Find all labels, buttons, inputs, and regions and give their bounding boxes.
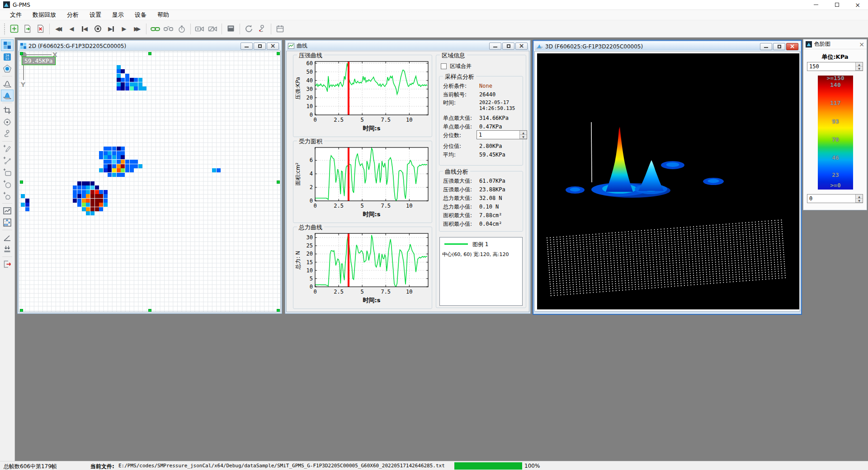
colorbar-max-value[interactable]: 150 [807, 62, 855, 71]
menu-item-5[interactable]: 设备 [129, 9, 152, 20]
close-button[interactable]: × [847, 0, 868, 10]
sidebar-item-tool-polygon[interactable] [1, 190, 14, 202]
menu-item-6[interactable]: 帮助 [152, 9, 175, 20]
spin-up-icon[interactable]: ▲ [856, 62, 863, 66]
window-2d-titlebar[interactable]: 2D (F606025:G-F1P3D2205C00005) × [19, 41, 281, 51]
fast-backward-button[interactable]: ◀◀ [52, 22, 65, 35]
pressure-grid-2d[interactable]: X Y 59.45KPa [19, 51, 280, 312]
delete-data-button[interactable] [34, 22, 47, 35]
sidebar-item-tool-crop[interactable] [1, 104, 14, 116]
menubar: 文件数据回放分析设置显示设备帮助 [0, 10, 868, 20]
pressure-cell [86, 211, 90, 215]
curve-analysis-group: 曲线分析 压强最大值:61.07KPa压强最小值:23.88KPa总力最大值:3… [439, 171, 523, 232]
add-frame-button[interactable] [8, 22, 21, 35]
selection-handle[interactable] [277, 309, 280, 312]
spin-down-icon[interactable]: ▼ [856, 66, 863, 71]
menu-item-1[interactable]: 数据回放 [27, 9, 61, 20]
sidebar-item-tool-angle[interactable] [1, 232, 14, 243]
timer-button[interactable] [175, 22, 188, 35]
sidebar-item-view-3d-wire[interactable] [1, 78, 14, 90]
selection-handle[interactable] [277, 52, 280, 55]
window-3d-titlebar[interactable]: 3D (F606025:G-F1P3D2205C00005) × [534, 42, 800, 51]
sidebar-item-view-3d[interactable] [1, 90, 14, 101]
surface-3d-view[interactable] [537, 53, 799, 309]
quantile-value[interactable]: 1 [477, 131, 519, 139]
selection-handle[interactable] [148, 52, 151, 55]
window-curves-minimize[interactable] [489, 43, 501, 50]
menu-item-2[interactable]: 分析 [61, 9, 84, 20]
display-settings-button[interactable] [224, 22, 237, 35]
display-settings-icon [226, 24, 235, 33]
spin-down-icon[interactable]: ▼ [856, 199, 863, 203]
window-curves-titlebar[interactable]: 曲线 × [286, 41, 529, 51]
record-stop-button[interactable] [91, 22, 104, 35]
step-backward-button[interactable]: ◀ [65, 22, 78, 35]
sidebar-item-tool-chart[interactable] [1, 205, 14, 217]
maximize-button[interactable] [826, 0, 847, 10]
spin-up-icon[interactable]: ▲ [520, 131, 527, 135]
chart-plot-0[interactable]: 010203040506002.557.510压强:KPa时间:s [294, 60, 432, 136]
pressure-cell [134, 164, 138, 168]
window-curves-restore[interactable] [502, 43, 514, 50]
unlink-button[interactable] [162, 22, 175, 35]
spin-down-icon[interactable]: ▼ [520, 135, 527, 139]
pressure-cell [86, 181, 90, 185]
spin-up-icon[interactable]: ▲ [856, 195, 863, 199]
sidebar-item-tool-rect[interactable] [1, 166, 14, 178]
window-curves-close[interactable]: × [515, 43, 528, 50]
track-pin-button[interactable] [255, 22, 269, 35]
selection-handle[interactable] [20, 52, 23, 55]
colorbar-min-value[interactable]: 0 [807, 195, 855, 203]
chart-plot-2[interactable]: 05101520253002.557.510总力: N时间:s [294, 232, 432, 308]
colorbar-close[interactable]: × [859, 41, 864, 48]
window-curves-body: 压强曲线010203040506002.557.510压强:KPa时间:s受力面… [286, 51, 529, 312]
menu-item-3[interactable]: 设置 [84, 9, 107, 20]
window-3d-restore[interactable] [773, 43, 785, 50]
colorbar-max-spinner[interactable]: 150 ▲▼ [807, 62, 863, 71]
play-button[interactable]: ▶ [118, 22, 131, 35]
menu-item-4[interactable]: 显示 [107, 9, 129, 20]
window-2d-restore[interactable] [254, 43, 266, 50]
record-stop-icon [94, 25, 101, 32]
refresh-button[interactable] [242, 22, 255, 35]
minimize-button[interactable] [806, 0, 826, 10]
toolbar-separator [222, 24, 222, 34]
selection-handle[interactable] [148, 309, 151, 312]
fast-forward-button[interactable]: ▶▶ [131, 22, 144, 35]
sidebar-item-tool-track[interactable] [1, 128, 14, 140]
sidebar-item-tool-line[interactable] [1, 155, 14, 166]
sidebar-item-tool-center[interactable] [1, 116, 14, 128]
sidebar-item-view-region[interactable] [1, 63, 14, 75]
sidebar-item-tool-export[interactable] [1, 258, 14, 270]
sidebar-item-tool-matrix[interactable] [1, 217, 14, 228]
unlink-icon [164, 25, 173, 33]
video-stop-button[interactable] [206, 22, 219, 35]
chart-plot-1[interactable]: 024602.557.510面积:cm²时间:s [294, 146, 432, 222]
go-last-button[interactable]: ▶ [104, 22, 118, 35]
selection-handle[interactable] [277, 180, 280, 184]
window-2d-close[interactable]: × [267, 43, 279, 50]
window-3d-close[interactable]: × [786, 43, 798, 50]
calendar-button[interactable] [274, 22, 287, 35]
sidebar-item-view-2d[interactable] [1, 39, 14, 51]
link-button[interactable] [149, 22, 162, 35]
selection-handle[interactable] [20, 180, 23, 184]
sidebar-item-tool-circle[interactable] [1, 178, 14, 190]
menu-item-0[interactable]: 文件 [5, 9, 27, 20]
sidebar-item-tool-calibrate[interactable] [1, 243, 14, 255]
region-merge-checkbox[interactable] [441, 63, 447, 69]
window-2d-minimize[interactable] [241, 43, 253, 50]
colorbar-titlebar[interactable]: 色阶图 × [803, 39, 867, 49]
quantile-spinner[interactable]: 1▲▼ [476, 130, 527, 139]
svg-text:30: 30 [307, 234, 313, 241]
pressure-cell [90, 211, 94, 215]
video-record-button[interactable] [193, 22, 206, 35]
sidebar-item-view-values[interactable]: 2453 [1, 51, 14, 63]
selection-handle[interactable] [20, 309, 23, 312]
go-first-button[interactable]: ◀ [78, 22, 91, 35]
export-data-button[interactable] [21, 22, 34, 35]
sidebar-item-tool-draw[interactable] [1, 143, 14, 155]
pressure-cell [77, 190, 81, 194]
colorbar-min-spinner[interactable]: 0 ▲▼ [807, 194, 863, 203]
window-3d-minimize[interactable] [760, 43, 772, 50]
